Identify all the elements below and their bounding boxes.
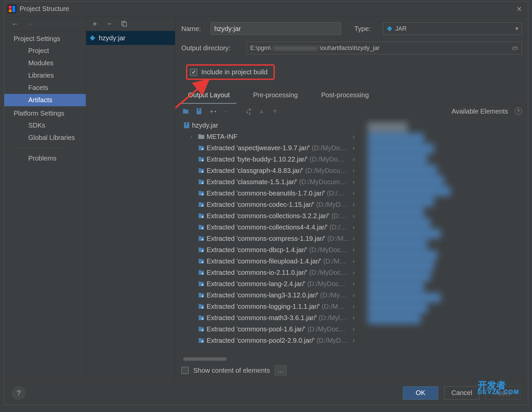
sort-icon[interactable]: ↓az bbox=[244, 107, 253, 116]
tree-item[interactable]: Extracted 'commons-lang3-3.12.0.jar/' (D… bbox=[183, 289, 357, 301]
browse-folder-icon[interactable]: 🗁 bbox=[512, 45, 518, 52]
svg-rect-44 bbox=[199, 281, 201, 283]
chevron-right-icon[interactable]: › bbox=[353, 258, 357, 265]
nav-item-libraries[interactable]: Libraries bbox=[4, 69, 86, 82]
add-copy-icon[interactable]: ＋▾ bbox=[208, 107, 217, 116]
nav-item-facets[interactable]: Facets bbox=[4, 82, 86, 94]
chevron-right-icon[interactable]: › bbox=[353, 314, 357, 321]
chevron-right-icon[interactable]: › bbox=[353, 156, 357, 163]
show-content-checkbox[interactable] bbox=[181, 367, 189, 374]
nav-item-sdks[interactable]: SDKs bbox=[4, 119, 86, 132]
tree-item[interactable]: Extracted 'commons-math3-3.6.1.jar/' (D:… bbox=[183, 312, 357, 323]
tree-item[interactable]: Extracted 'classgraph-4.8.83.jar/' (D:/M… bbox=[183, 165, 357, 176]
extracted-icon bbox=[198, 314, 205, 321]
copy-artifact-button[interactable] bbox=[119, 19, 129, 28]
tree-item[interactable]: Extracted 'commons-beanutils-1.7.0.jar/'… bbox=[183, 188, 357, 199]
svg-rect-28 bbox=[199, 191, 201, 192]
nav-history: ← → bbox=[4, 16, 86, 32]
output-dir-field[interactable]: E:\pgm\ xxxxxxxxxxxxxxx \out\artifacts\h… bbox=[247, 42, 522, 54]
name-input[interactable] bbox=[211, 22, 341, 35]
nav-item-project[interactable]: Project bbox=[4, 45, 86, 57]
tab-output-layout[interactable]: Output Layout bbox=[181, 88, 237, 104]
tab-post-processing[interactable]: Post-processing bbox=[314, 88, 375, 104]
artifact-list-item[interactable]: hzydy:jar bbox=[86, 31, 175, 45]
extracted-icon bbox=[198, 179, 205, 185]
svg-rect-38 bbox=[199, 247, 201, 249]
extracted-icon bbox=[198, 235, 205, 242]
chevron-right-icon[interactable]: › bbox=[353, 280, 357, 287]
move-down-icon: ▼ bbox=[270, 107, 279, 116]
ok-button[interactable]: OK bbox=[403, 386, 438, 400]
nav-item-artifacts[interactable]: Artifacts bbox=[4, 94, 86, 106]
type-value: JAR bbox=[395, 25, 407, 32]
tree-item[interactable]: Extracted 'commons-dbcp-1.4.jar/' (D:/My… bbox=[183, 244, 357, 255]
help-icon[interactable]: ? bbox=[515, 108, 522, 115]
chevron-right-icon[interactable]: › bbox=[353, 292, 357, 299]
svg-rect-20 bbox=[199, 146, 201, 147]
chevron-right-icon[interactable]: › bbox=[353, 269, 357, 276]
back-arrow-icon[interactable]: ← bbox=[12, 20, 19, 28]
move-up-icon: ▲ bbox=[257, 107, 266, 116]
apply-button[interactable]: Apply bbox=[485, 386, 521, 400]
cancel-button[interactable]: Cancel bbox=[444, 386, 479, 400]
name-label: Name: bbox=[181, 25, 210, 33]
svg-rect-18 bbox=[198, 134, 201, 136]
forward-arrow-icon[interactable]: → bbox=[26, 20, 34, 28]
show-content-label: Show content of elements bbox=[193, 367, 270, 374]
available-elements-pane[interactable] bbox=[358, 118, 522, 362]
extracted-icon bbox=[198, 280, 205, 287]
include-in-build-label: Include in project build bbox=[201, 68, 267, 76]
output-dir-suffix: \out\artifacts\hzydy_jar bbox=[320, 45, 380, 52]
chevron-right-icon[interactable]: › bbox=[353, 303, 357, 310]
output-layout-tree[interactable]: hzydy.jar›META-INF›Extracted 'aspectjwea… bbox=[181, 118, 358, 362]
tab-pre-processing[interactable]: Pre-processing bbox=[247, 88, 305, 104]
nav-item-modules[interactable]: Modules bbox=[4, 57, 86, 69]
tree-item[interactable]: Extracted 'commons-pool-1.6.jar/' (D:/My… bbox=[183, 323, 357, 335]
chevron-right-icon[interactable]: › bbox=[353, 133, 357, 140]
tree-item[interactable]: Extracted 'classmate-1.5.1.jar/' (D:/MyD… bbox=[183, 176, 357, 188]
expand-arrow-icon[interactable]: › bbox=[191, 134, 196, 139]
include-in-build-checkbox[interactable] bbox=[190, 69, 197, 76]
tree-item[interactable]: Extracted 'commons-logging-1.1.1.jar/' (… bbox=[183, 301, 357, 312]
chevron-right-icon[interactable]: › bbox=[353, 212, 357, 219]
show-content-more-button[interactable]: … bbox=[274, 365, 286, 375]
svg-rect-2 bbox=[9, 9, 12, 12]
chevron-right-icon[interactable]: › bbox=[353, 246, 357, 253]
extracted-icon bbox=[198, 212, 205, 219]
tree-item[interactable]: Extracted 'commons-collections4-4.4.jar/… bbox=[183, 221, 357, 233]
chevron-right-icon[interactable]: › bbox=[353, 224, 357, 231]
tree-root-jar[interactable]: hzydy.jar bbox=[183, 120, 357, 131]
horizontal-scrollbar[interactable] bbox=[183, 357, 227, 361]
add-artifact-button[interactable]: ＋ bbox=[90, 19, 99, 28]
tree-item[interactable]: Extracted 'commons-codec-1.15.jar/' (D:/… bbox=[183, 199, 357, 210]
layout-toolbar: ＋▾ － ↓az ▲ ▼ Available Elements ? bbox=[175, 104, 528, 118]
tree-item[interactable]: Extracted 'aspectjweaver-1.9.7.jar/' (D:… bbox=[183, 142, 357, 154]
tree-item[interactable]: Extracted 'commons-compress-1.19.jar/' (… bbox=[183, 233, 357, 244]
tree-item[interactable]: Extracted 'commons-lang-2.4.jar/' (D:/My… bbox=[183, 278, 357, 289]
type-select[interactable]: JAR ▾ bbox=[383, 22, 522, 35]
svg-rect-40 bbox=[199, 259, 201, 260]
nav-item-global-libraries[interactable]: Global Libraries bbox=[4, 132, 86, 144]
chevron-right-icon[interactable]: › bbox=[353, 337, 357, 344]
tree-meta-inf[interactable]: ›META-INF› bbox=[183, 131, 357, 142]
chevron-right-icon[interactable]: › bbox=[353, 179, 357, 186]
tree-item[interactable]: Extracted 'commons-pool2-2.9.0.jar/' (D:… bbox=[183, 335, 357, 346]
nav-item-problems[interactable]: Problems bbox=[4, 152, 86, 165]
tree-item[interactable]: Extracted 'commons-io-2.11.0.jar/' (D:/M… bbox=[183, 267, 357, 278]
tree-item[interactable]: Extracted 'commons-collections-3.2.2.jar… bbox=[183, 210, 357, 221]
create-archive-icon[interactable] bbox=[195, 107, 203, 116]
close-button[interactable]: ✕ bbox=[514, 4, 525, 14]
tree-item[interactable]: Extracted 'commons-fileupload-1.4.jar/' … bbox=[183, 255, 357, 267]
chevron-right-icon[interactable]: › bbox=[353, 167, 357, 174]
tree-item[interactable]: Extracted 'byte-buddy-1.10.22.jar/' (D:/… bbox=[183, 154, 357, 165]
help-button[interactable]: ? bbox=[12, 386, 26, 400]
chevron-right-icon[interactable]: › bbox=[353, 201, 357, 208]
chevron-right-icon[interactable]: › bbox=[353, 145, 357, 152]
project-structure-dialog: Project Structure ✕ ← → Project Settings… bbox=[4, 1, 528, 405]
chevron-right-icon[interactable]: › bbox=[353, 235, 357, 242]
chevron-right-icon[interactable]: › bbox=[353, 326, 357, 333]
chevron-right-icon[interactable]: › bbox=[353, 190, 357, 197]
remove-artifact-button[interactable]: － bbox=[105, 19, 114, 28]
svg-rect-30 bbox=[199, 202, 201, 204]
create-dir-icon[interactable] bbox=[181, 107, 190, 116]
